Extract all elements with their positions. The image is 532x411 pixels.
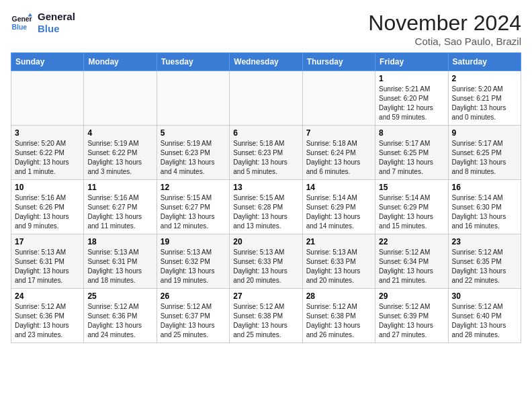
- day-number: 25: [87, 291, 152, 301]
- day-info: Sunrise: 5:16 AM Sunset: 6:26 PM Dayligh…: [15, 193, 80, 231]
- day-number: 28: [306, 291, 371, 301]
- day-number: 13: [233, 183, 298, 192]
- day-number: 17: [15, 237, 80, 246]
- day-info: Sunrise: 5:19 AM Sunset: 6:23 PM Dayligh…: [161, 139, 226, 177]
- day-number: 21: [306, 237, 371, 246]
- day-info: Sunrise: 5:12 AM Sunset: 6:34 PM Dayligh…: [379, 248, 444, 285]
- day-number: 30: [452, 291, 517, 301]
- calendar-cell: [157, 71, 229, 126]
- svg-marker-2: [28, 13, 32, 17]
- day-number: 22: [379, 237, 444, 246]
- calendar-cell: 7Sunrise: 5:18 AM Sunset: 6:24 PM Daylig…: [302, 126, 375, 180]
- day-info: Sunrise: 5:16 AM Sunset: 6:27 PM Dayligh…: [87, 193, 152, 231]
- weekday-header-wednesday: Wednesday: [230, 53, 302, 71]
- day-number: 12: [161, 183, 226, 192]
- day-info: Sunrise: 5:15 AM Sunset: 6:27 PM Dayligh…: [161, 193, 226, 231]
- calendar-cell: 28Sunrise: 5:12 AM Sunset: 6:38 PM Dayli…: [302, 289, 375, 343]
- calendar-cell: 25Sunrise: 5:12 AM Sunset: 6:36 PM Dayli…: [84, 289, 157, 343]
- calendar-cell: 2Sunrise: 5:20 AM Sunset: 6:21 PM Daylig…: [448, 71, 521, 126]
- day-number: 23: [452, 237, 517, 246]
- calendar-cell: 6Sunrise: 5:18 AM Sunset: 6:23 PM Daylig…: [230, 126, 302, 180]
- day-info: Sunrise: 5:12 AM Sunset: 6:36 PM Dayligh…: [87, 302, 152, 340]
- page-header: General Blue General Blue November 2024 …: [11, 11, 521, 47]
- day-number: 24: [15, 291, 80, 301]
- day-number: 7: [306, 128, 371, 138]
- calendar-cell: 5Sunrise: 5:19 AM Sunset: 6:23 PM Daylig…: [157, 126, 229, 180]
- day-info: Sunrise: 5:13 AM Sunset: 6:31 PM Dayligh…: [15, 248, 80, 285]
- title-block: November 2024 Cotia, Sao Paulo, Brazil: [368, 11, 521, 47]
- calendar-cell: 17Sunrise: 5:13 AM Sunset: 6:31 PM Dayli…: [11, 234, 84, 289]
- calendar-cell: 16Sunrise: 5:14 AM Sunset: 6:30 PM Dayli…: [448, 180, 521, 234]
- day-number: 27: [233, 291, 298, 301]
- day-info: Sunrise: 5:12 AM Sunset: 6:35 PM Dayligh…: [452, 248, 517, 285]
- day-info: Sunrise: 5:13 AM Sunset: 6:31 PM Dayligh…: [87, 248, 152, 285]
- day-number: 19: [161, 237, 226, 246]
- logo: General Blue General Blue: [11, 11, 75, 35]
- calendar-week-2: 3Sunrise: 5:20 AM Sunset: 6:22 PM Daylig…: [11, 126, 521, 180]
- day-number: 20: [233, 237, 298, 246]
- calendar-cell: [230, 71, 302, 126]
- weekday-header-friday: Friday: [375, 53, 448, 71]
- calendar-cell: 9Sunrise: 5:17 AM Sunset: 6:25 PM Daylig…: [448, 126, 521, 180]
- weekday-header-saturday: Saturday: [448, 53, 521, 71]
- calendar-cell: 21Sunrise: 5:13 AM Sunset: 6:33 PM Dayli…: [302, 234, 375, 289]
- logo-line1: General: [38, 11, 75, 23]
- day-number: 26: [161, 291, 226, 301]
- day-info: Sunrise: 5:18 AM Sunset: 6:23 PM Dayligh…: [233, 139, 298, 177]
- day-info: Sunrise: 5:12 AM Sunset: 6:37 PM Dayligh…: [161, 302, 226, 340]
- calendar-cell: 19Sunrise: 5:13 AM Sunset: 6:32 PM Dayli…: [157, 234, 229, 289]
- day-info: Sunrise: 5:13 AM Sunset: 6:33 PM Dayligh…: [306, 248, 371, 285]
- day-info: Sunrise: 5:20 AM Sunset: 6:22 PM Dayligh…: [15, 139, 80, 177]
- day-info: Sunrise: 5:12 AM Sunset: 6:39 PM Dayligh…: [379, 302, 444, 340]
- weekday-header-thursday: Thursday: [302, 53, 375, 71]
- day-number: 5: [161, 128, 226, 138]
- day-info: Sunrise: 5:15 AM Sunset: 6:28 PM Dayligh…: [233, 193, 298, 231]
- day-number: 16: [452, 183, 517, 192]
- location: Cotia, Sao Paulo, Brazil: [368, 36, 521, 47]
- day-info: Sunrise: 5:19 AM Sunset: 6:22 PM Dayligh…: [87, 139, 152, 177]
- weekday-header-row: SundayMondayTuesdayWednesdayThursdayFrid…: [11, 53, 521, 71]
- calendar-cell: 13Sunrise: 5:15 AM Sunset: 6:28 PM Dayli…: [230, 180, 302, 234]
- day-number: 9: [452, 128, 517, 138]
- day-number: 8: [379, 128, 444, 138]
- weekday-header-monday: Monday: [84, 53, 157, 71]
- day-number: 14: [306, 183, 371, 192]
- calendar-cell: 26Sunrise: 5:12 AM Sunset: 6:37 PM Dayli…: [157, 289, 229, 343]
- day-number: 6: [233, 128, 298, 138]
- day-info: Sunrise: 5:12 AM Sunset: 6:38 PM Dayligh…: [233, 302, 298, 340]
- day-number: 10: [15, 183, 80, 192]
- calendar-cell: 3Sunrise: 5:20 AM Sunset: 6:22 PM Daylig…: [11, 126, 84, 180]
- day-number: 15: [379, 183, 444, 192]
- day-info: Sunrise: 5:14 AM Sunset: 6:29 PM Dayligh…: [379, 193, 444, 231]
- calendar-cell: 30Sunrise: 5:12 AM Sunset: 6:40 PM Dayli…: [448, 289, 521, 343]
- logo-icon: General Blue: [11, 12, 32, 34]
- calendar-cell: 24Sunrise: 5:12 AM Sunset: 6:36 PM Dayli…: [11, 289, 84, 343]
- day-info: Sunrise: 5:20 AM Sunset: 6:21 PM Dayligh…: [452, 85, 517, 122]
- calendar-week-5: 24Sunrise: 5:12 AM Sunset: 6:36 PM Dayli…: [11, 289, 521, 343]
- day-number: 11: [87, 183, 152, 192]
- calendar-cell: 29Sunrise: 5:12 AM Sunset: 6:39 PM Dayli…: [375, 289, 448, 343]
- calendar-week-3: 10Sunrise: 5:16 AM Sunset: 6:26 PM Dayli…: [11, 180, 521, 234]
- day-info: Sunrise: 5:13 AM Sunset: 6:33 PM Dayligh…: [233, 248, 298, 285]
- day-number: 3: [15, 128, 80, 138]
- day-info: Sunrise: 5:21 AM Sunset: 6:20 PM Dayligh…: [379, 85, 444, 122]
- day-number: 2: [452, 74, 517, 83]
- day-info: Sunrise: 5:18 AM Sunset: 6:24 PM Dayligh…: [306, 139, 371, 177]
- calendar-cell: 11Sunrise: 5:16 AM Sunset: 6:27 PM Dayli…: [84, 180, 157, 234]
- day-info: Sunrise: 5:14 AM Sunset: 6:30 PM Dayligh…: [452, 193, 517, 231]
- calendar: SundayMondayTuesdayWednesdayThursdayFrid…: [11, 52, 521, 343]
- day-number: 1: [379, 74, 444, 83]
- weekday-header-tuesday: Tuesday: [157, 53, 229, 71]
- calendar-cell: [302, 71, 375, 126]
- month-title: November 2024: [368, 11, 521, 36]
- logo-line2: Blue: [38, 23, 75, 35]
- svg-text:Blue: Blue: [12, 24, 28, 31]
- calendar-cell: 12Sunrise: 5:15 AM Sunset: 6:27 PM Dayli…: [157, 180, 229, 234]
- calendar-cell: [11, 71, 84, 126]
- calendar-cell: 8Sunrise: 5:17 AM Sunset: 6:25 PM Daylig…: [375, 126, 448, 180]
- day-info: Sunrise: 5:13 AM Sunset: 6:32 PM Dayligh…: [161, 248, 226, 285]
- day-info: Sunrise: 5:12 AM Sunset: 6:36 PM Dayligh…: [15, 302, 80, 340]
- calendar-cell: 20Sunrise: 5:13 AM Sunset: 6:33 PM Dayli…: [230, 234, 302, 289]
- day-info: Sunrise: 5:12 AM Sunset: 6:38 PM Dayligh…: [306, 302, 371, 340]
- calendar-week-4: 17Sunrise: 5:13 AM Sunset: 6:31 PM Dayli…: [11, 234, 521, 289]
